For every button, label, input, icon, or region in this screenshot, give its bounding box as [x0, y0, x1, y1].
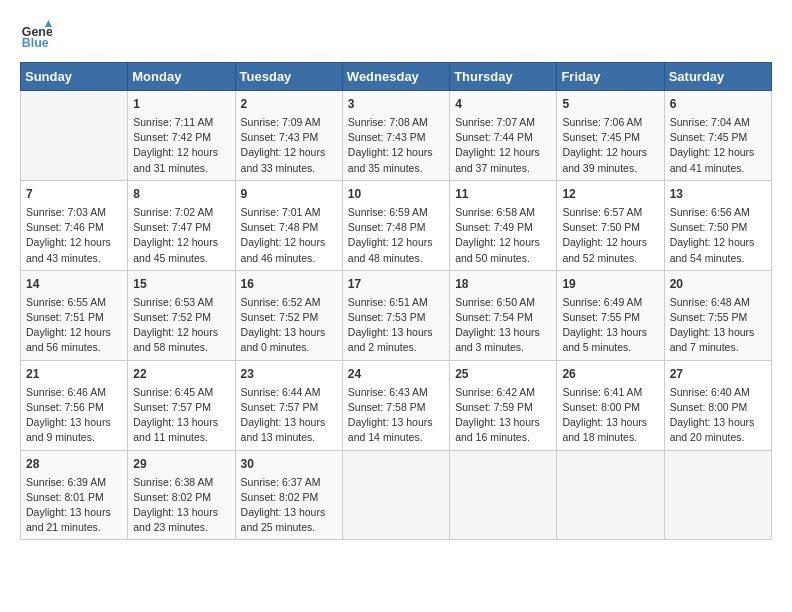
day-number: 27: [670, 365, 766, 383]
day-content: Sunrise: 6:52 AM Sunset: 7:52 PM Dayligh…: [241, 295, 337, 356]
day-number: 10: [348, 185, 444, 203]
day-number: 6: [670, 95, 766, 113]
calendar-cell: 27Sunrise: 6:40 AM Sunset: 8:00 PM Dayli…: [664, 360, 771, 450]
day-number: 20: [670, 275, 766, 293]
day-content: Sunrise: 6:42 AM Sunset: 7:59 PM Dayligh…: [455, 385, 551, 446]
day-content: Sunrise: 6:59 AM Sunset: 7:48 PM Dayligh…: [348, 205, 444, 266]
calendar-cell: 15Sunrise: 6:53 AM Sunset: 7:52 PM Dayli…: [128, 270, 235, 360]
day-number: 9: [241, 185, 337, 203]
calendar-cell: 18Sunrise: 6:50 AM Sunset: 7:54 PM Dayli…: [450, 270, 557, 360]
day-content: Sunrise: 7:08 AM Sunset: 7:43 PM Dayligh…: [348, 115, 444, 176]
day-content: Sunrise: 6:37 AM Sunset: 8:02 PM Dayligh…: [241, 475, 337, 536]
calendar-cell: 20Sunrise: 6:48 AM Sunset: 7:55 PM Dayli…: [664, 270, 771, 360]
calendar-cell: 26Sunrise: 6:41 AM Sunset: 8:00 PM Dayli…: [557, 360, 664, 450]
calendar-cell: 9Sunrise: 7:01 AM Sunset: 7:48 PM Daylig…: [235, 180, 342, 270]
calendar-cell: 2Sunrise: 7:09 AM Sunset: 7:43 PM Daylig…: [235, 91, 342, 181]
calendar-cell: 30Sunrise: 6:37 AM Sunset: 8:02 PM Dayli…: [235, 450, 342, 540]
day-content: Sunrise: 6:46 AM Sunset: 7:56 PM Dayligh…: [26, 385, 122, 446]
day-number: 4: [455, 95, 551, 113]
day-content: Sunrise: 7:06 AM Sunset: 7:45 PM Dayligh…: [562, 115, 658, 176]
day-content: Sunrise: 6:55 AM Sunset: 7:51 PM Dayligh…: [26, 295, 122, 356]
day-number: 25: [455, 365, 551, 383]
header-day-sunday: Sunday: [21, 63, 128, 91]
calendar-cell: 6Sunrise: 7:04 AM Sunset: 7:45 PM Daylig…: [664, 91, 771, 181]
day-content: Sunrise: 6:45 AM Sunset: 7:57 PM Dayligh…: [133, 385, 229, 446]
calendar-cell: 10Sunrise: 6:59 AM Sunset: 7:48 PM Dayli…: [342, 180, 449, 270]
day-content: Sunrise: 6:51 AM Sunset: 7:53 PM Dayligh…: [348, 295, 444, 356]
header-day-monday: Monday: [128, 63, 235, 91]
calendar-body: 1Sunrise: 7:11 AM Sunset: 7:42 PM Daylig…: [21, 91, 772, 540]
page-header: General Blue: [20, 20, 772, 52]
week-row-4: 21Sunrise: 6:46 AM Sunset: 7:56 PM Dayli…: [21, 360, 772, 450]
calendar-cell: 3Sunrise: 7:08 AM Sunset: 7:43 PM Daylig…: [342, 91, 449, 181]
calendar-cell: 14Sunrise: 6:55 AM Sunset: 7:51 PM Dayli…: [21, 270, 128, 360]
calendar-cell: [664, 450, 771, 540]
calendar-cell: [557, 450, 664, 540]
day-number: 23: [241, 365, 337, 383]
logo: General Blue: [20, 20, 58, 52]
header-day-tuesday: Tuesday: [235, 63, 342, 91]
day-number: 22: [133, 365, 229, 383]
calendar-cell: 24Sunrise: 6:43 AM Sunset: 7:58 PM Dayli…: [342, 360, 449, 450]
day-number: 13: [670, 185, 766, 203]
day-number: 14: [26, 275, 122, 293]
day-number: 18: [455, 275, 551, 293]
day-number: 15: [133, 275, 229, 293]
week-row-2: 7Sunrise: 7:03 AM Sunset: 7:46 PM Daylig…: [21, 180, 772, 270]
logo-icon: General Blue: [20, 20, 52, 52]
day-content: Sunrise: 6:40 AM Sunset: 8:00 PM Dayligh…: [670, 385, 766, 446]
day-number: 28: [26, 455, 122, 473]
day-number: 29: [133, 455, 229, 473]
calendar-cell: 1Sunrise: 7:11 AM Sunset: 7:42 PM Daylig…: [128, 91, 235, 181]
calendar-cell: 22Sunrise: 6:45 AM Sunset: 7:57 PM Dayli…: [128, 360, 235, 450]
day-number: 8: [133, 185, 229, 203]
calendar-cell: 12Sunrise: 6:57 AM Sunset: 7:50 PM Dayli…: [557, 180, 664, 270]
calendar-cell: 7Sunrise: 7:03 AM Sunset: 7:46 PM Daylig…: [21, 180, 128, 270]
calendar-cell: 13Sunrise: 6:56 AM Sunset: 7:50 PM Dayli…: [664, 180, 771, 270]
day-content: Sunrise: 6:41 AM Sunset: 8:00 PM Dayligh…: [562, 385, 658, 446]
day-content: Sunrise: 7:03 AM Sunset: 7:46 PM Dayligh…: [26, 205, 122, 266]
day-content: Sunrise: 6:56 AM Sunset: 7:50 PM Dayligh…: [670, 205, 766, 266]
day-content: Sunrise: 6:38 AM Sunset: 8:02 PM Dayligh…: [133, 475, 229, 536]
day-number: 26: [562, 365, 658, 383]
day-content: Sunrise: 6:48 AM Sunset: 7:55 PM Dayligh…: [670, 295, 766, 356]
day-number: 21: [26, 365, 122, 383]
day-content: Sunrise: 6:50 AM Sunset: 7:54 PM Dayligh…: [455, 295, 551, 356]
day-number: 2: [241, 95, 337, 113]
calendar-cell: 21Sunrise: 6:46 AM Sunset: 7:56 PM Dayli…: [21, 360, 128, 450]
day-content: Sunrise: 6:53 AM Sunset: 7:52 PM Dayligh…: [133, 295, 229, 356]
calendar-table: SundayMondayTuesdayWednesdayThursdayFrid…: [20, 62, 772, 540]
day-content: Sunrise: 6:44 AM Sunset: 7:57 PM Dayligh…: [241, 385, 337, 446]
calendar-cell: 17Sunrise: 6:51 AM Sunset: 7:53 PM Dayli…: [342, 270, 449, 360]
day-content: Sunrise: 6:57 AM Sunset: 7:50 PM Dayligh…: [562, 205, 658, 266]
calendar-cell: [450, 450, 557, 540]
day-number: 19: [562, 275, 658, 293]
header-day-wednesday: Wednesday: [342, 63, 449, 91]
calendar-cell: 8Sunrise: 7:02 AM Sunset: 7:47 PM Daylig…: [128, 180, 235, 270]
day-number: 1: [133, 95, 229, 113]
header-day-friday: Friday: [557, 63, 664, 91]
calendar-cell: [342, 450, 449, 540]
header-day-saturday: Saturday: [664, 63, 771, 91]
calendar-header: SundayMondayTuesdayWednesdayThursdayFrid…: [21, 63, 772, 91]
week-row-5: 28Sunrise: 6:39 AM Sunset: 8:01 PM Dayli…: [21, 450, 772, 540]
week-row-1: 1Sunrise: 7:11 AM Sunset: 7:42 PM Daylig…: [21, 91, 772, 181]
day-number: 30: [241, 455, 337, 473]
header-row: SundayMondayTuesdayWednesdayThursdayFrid…: [21, 63, 772, 91]
day-number: 24: [348, 365, 444, 383]
day-content: Sunrise: 7:07 AM Sunset: 7:44 PM Dayligh…: [455, 115, 551, 176]
day-content: Sunrise: 6:39 AM Sunset: 8:01 PM Dayligh…: [26, 475, 122, 536]
day-content: Sunrise: 6:49 AM Sunset: 7:55 PM Dayligh…: [562, 295, 658, 356]
day-number: 12: [562, 185, 658, 203]
calendar-cell: 28Sunrise: 6:39 AM Sunset: 8:01 PM Dayli…: [21, 450, 128, 540]
day-number: 11: [455, 185, 551, 203]
day-number: 16: [241, 275, 337, 293]
calendar-cell: 19Sunrise: 6:49 AM Sunset: 7:55 PM Dayli…: [557, 270, 664, 360]
calendar-cell: 11Sunrise: 6:58 AM Sunset: 7:49 PM Dayli…: [450, 180, 557, 270]
calendar-cell: [21, 91, 128, 181]
header-day-thursday: Thursday: [450, 63, 557, 91]
day-content: Sunrise: 7:04 AM Sunset: 7:45 PM Dayligh…: [670, 115, 766, 176]
day-content: Sunrise: 6:58 AM Sunset: 7:49 PM Dayligh…: [455, 205, 551, 266]
day-content: Sunrise: 7:01 AM Sunset: 7:48 PM Dayligh…: [241, 205, 337, 266]
day-content: Sunrise: 6:43 AM Sunset: 7:58 PM Dayligh…: [348, 385, 444, 446]
